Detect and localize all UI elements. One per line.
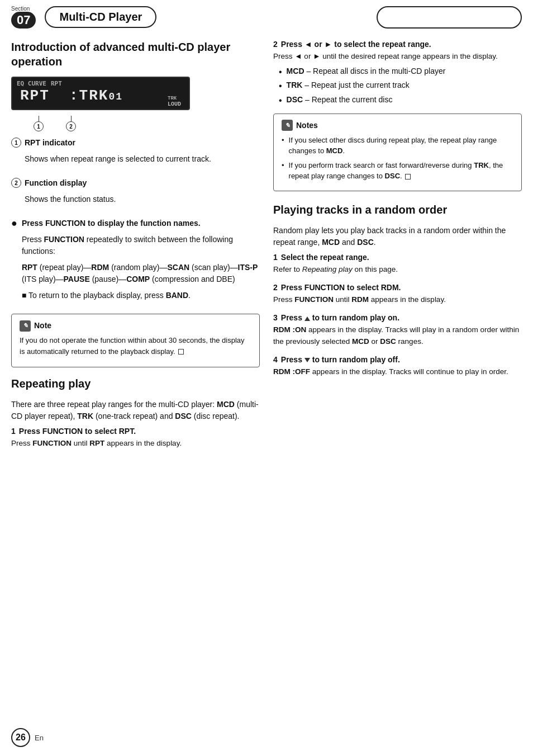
press-function-heading: Press FUNCTION to display the function n…	[22, 219, 201, 228]
right-column: 2Press ◄ or ► to select the repeat range…	[273, 40, 522, 457]
note-title: ✎ Note	[20, 320, 251, 332]
press-function-body-2: RPT (repeat play)—RDM (random play)—SCAN…	[22, 262, 260, 285]
random-step-2: 2Press FUNCTION to select RDM. Press FUN…	[273, 283, 522, 305]
notes-box-right: ✎ Notes • If you select other discs duri…	[273, 114, 522, 191]
callout-circle-1: 1	[34, 121, 44, 131]
note-box: ✎ Note If you do not operate the functio…	[11, 314, 260, 367]
step-2-heading: 2Press ◄ or ► to select the repeat range…	[273, 40, 522, 49]
callout-2: 2 Function display Shows the function st…	[11, 177, 260, 210]
random-play-intro: Random play lets you play back tracks in…	[273, 225, 522, 248]
random-step-3: 3Press to turn random play on. RDM :ON a…	[273, 313, 522, 347]
press-function-body-3: ■ To return to the playback display, pre…	[22, 290, 260, 301]
display-right-indicators: TRK LOUD	[168, 96, 181, 107]
display-top-indicators: EQ CURVE RPT	[17, 80, 62, 87]
callout-1: 1 RPT indicator Shows when repeat range …	[11, 137, 260, 169]
language-label: En	[35, 734, 44, 742]
repeat-range-bullets: • MCD – Repeat all discs in the multi-CD…	[273, 67, 522, 106]
note-body: If you do not operate the function withi…	[20, 335, 251, 357]
callout-1-heading: RPT indicator	[25, 138, 75, 147]
step-2-repeat: 2Press ◄ or ► to select the repeat range…	[273, 40, 522, 106]
repeating-play-section: Repeating play There are three repeat pl…	[11, 376, 260, 449]
note-bullet-2: • If you perform track search or fast fo…	[282, 160, 513, 182]
random-step-3-body: RDM :ON appears in the display. Tracks w…	[273, 324, 522, 347]
section-label: Section	[11, 6, 30, 12]
bullet-mcd: • MCD – Repeat all discs in the multi-CD…	[273, 67, 522, 77]
page-number: 26	[11, 728, 30, 747]
end-mark	[178, 349, 184, 355]
random-step-1-heading: 1Select the repeat range.	[273, 253, 522, 262]
lcd-display: EQ CURVE RPT RPT :TRK­01 TRK LOUD	[11, 77, 190, 110]
callout-indicators: 1 2	[11, 116, 260, 131]
repeating-play-intro: There are three repeat play ranges for t…	[11, 399, 260, 422]
header-right-pill	[377, 6, 522, 29]
left-column: Introduction of advanced multi-CD player…	[11, 40, 260, 457]
intro-title: Introduction of advanced multi-CD player…	[11, 40, 260, 69]
random-step-1: 1Select the repeat range. Refer to Repea…	[273, 253, 522, 275]
callout-num-2: 2	[11, 178, 21, 188]
bullet-trk: • TRK – Repeat just the current track	[273, 81, 522, 91]
random-step-3-heading: 3Press to turn random play on.	[273, 313, 522, 322]
callout-num-1: 1	[11, 138, 21, 148]
step-1: 1Press FUNCTION to select RPT. Press FUN…	[11, 427, 260, 449]
page-header: Section 07 Multi-CD Player	[0, 0, 533, 29]
section-badge: Section 07	[11, 6, 36, 29]
callout-2-content: Function display Shows the function stat…	[25, 177, 116, 210]
random-step-4-heading: 4Press to turn random play off.	[273, 355, 522, 364]
triangle-down-icon	[304, 358, 310, 362]
random-step-2-heading: 2Press FUNCTION to select RDM.	[273, 283, 522, 292]
step-1-heading: 1Press FUNCTION to select RPT.	[11, 427, 260, 436]
note-bullet-1: • If you select other discs during repea…	[282, 135, 513, 157]
random-step-4: 4Press to turn random play off. RDM :OFF…	[273, 355, 522, 377]
note-icon: ✎	[20, 320, 31, 332]
end-mark-2	[405, 174, 411, 179]
callout-2-line: 2	[66, 116, 76, 131]
page-footer: 26 En	[11, 728, 44, 747]
random-play-title: Playing tracks in a random order	[273, 202, 522, 217]
random-step-2-body: Press FUNCTION until RDM appears in the …	[273, 294, 522, 305]
bullet-dsc: • DSC – Repeat the current disc	[273, 95, 522, 106]
callout-1-line: 1	[34, 116, 44, 131]
chapter-title: Multi-CD Player	[45, 6, 156, 28]
section-number: 07	[11, 12, 36, 29]
callout-2-heading: Function display	[25, 178, 87, 187]
intro-section: Introduction of advanced multi-CD player…	[11, 40, 260, 367]
bullet-circle-icon: ●	[11, 218, 17, 306]
main-content: Introduction of advanced multi-CD player…	[0, 29, 533, 474]
press-function-item: ● Press FUNCTION to display the function…	[11, 218, 260, 306]
callout-2-body: Shows the function status.	[25, 193, 116, 205]
callout-1-content: RPT indicator Shows when repeat range is…	[25, 137, 211, 169]
step-2-body: Press ◄ or ► until the desired repeat ra…	[273, 51, 522, 62]
random-play-section: Playing tracks in a random order Random …	[273, 202, 522, 377]
notes-title-right: ✎ Notes	[282, 120, 513, 131]
repeating-play-title: Repeating play	[11, 376, 260, 391]
notes-icon-right: ✎	[282, 120, 293, 131]
random-step-1-body: Refer to Repeating play on this page.	[273, 264, 522, 275]
press-function-body-1: Press FUNCTION repeatedly to switch betw…	[22, 234, 260, 257]
step-1-body: Press FUNCTION until RPT appears in the …	[11, 438, 260, 449]
press-function-content: Press FUNCTION to display the function n…	[22, 218, 260, 306]
display-main-text: RPT :TRK­01	[20, 87, 123, 104]
random-step-4-body: RDM :OFF appears in the display. Tracks …	[273, 366, 522, 377]
triangle-up-icon	[304, 316, 310, 321]
callout-circle-2: 2	[66, 121, 76, 131]
callout-1-body: Shows when repeat range is selected to c…	[25, 153, 211, 165]
